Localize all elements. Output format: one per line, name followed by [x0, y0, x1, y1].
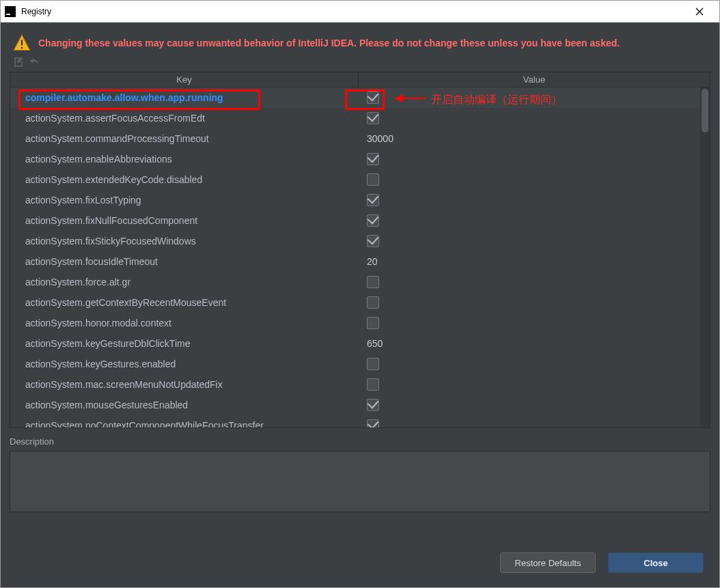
registry-value-cell[interactable]: 20 [359, 256, 710, 267]
window-close-button[interactable] [684, 1, 715, 22]
table-row[interactable]: actionSystem.commandProcessingTimeout300… [10, 128, 710, 149]
warning-text: Changing these values may cause unwanted… [38, 37, 620, 49]
table-row[interactable]: actionSystem.getContextByRecentMouseEven… [10, 292, 710, 313]
registry-key-cell: actionSystem.fixNullFocusedComponent [10, 215, 359, 226]
registry-key-cell: actionSystem.fixStickyFocusedWindows [10, 236, 359, 247]
scrollbar-thumb[interactable] [702, 89, 708, 132]
toolbar-icons [12, 55, 710, 68]
checkbox[interactable] [367, 317, 379, 329]
table-row[interactable]: actionSystem.mouseGesturesEnabled [10, 395, 710, 415]
checkbox[interactable] [367, 235, 379, 247]
titlebar: Registry [1, 1, 719, 23]
table-row[interactable]: actionSystem.focusIdleTimeout20 [10, 251, 710, 272]
table-row[interactable]: actionSystem.honor.modal.context [10, 313, 710, 333]
registry-key-cell: actionSystem.focusIdleTimeout [10, 256, 359, 267]
table-row[interactable]: actionSystem.enableAbbreviations [10, 149, 710, 169]
table-row[interactable]: actionSystem.noContextComponentWhileFocu… [10, 415, 710, 428]
description-box [10, 451, 710, 512]
registry-value-cell[interactable] [359, 317, 710, 329]
checkbox[interactable] [367, 399, 379, 411]
close-button[interactable]: Close [608, 552, 704, 573]
edit-icon [12, 55, 25, 68]
registry-key-cell: actionSystem.commandProcessingTimeout [10, 133, 359, 144]
svg-rect-4 [21, 40, 23, 45]
checkbox[interactable] [367, 92, 379, 104]
registry-value-cell[interactable] [359, 112, 710, 124]
warning-icon [12, 33, 31, 53]
column-header-key[interactable]: Key [10, 72, 359, 87]
svg-rect-1 [6, 14, 10, 15]
checkbox[interactable] [367, 276, 379, 288]
registry-key-cell: actionSystem.getContextByRecentMouseEven… [10, 297, 359, 308]
checkbox[interactable] [367, 296, 379, 309]
table-row[interactable]: actionSystem.fixLostTyping [10, 190, 710, 210]
checkbox[interactable] [367, 173, 379, 186]
registry-key-cell: actionSystem.fixLostTyping [10, 195, 359, 206]
checkbox[interactable] [367, 378, 379, 391]
table-header: Key Value [10, 72, 710, 87]
registry-value-cell[interactable] [359, 358, 710, 370]
registry-key-cell: actionSystem.keyGestures.enabled [10, 359, 359, 369]
registry-value-cell[interactable] [359, 235, 710, 247]
checkbox[interactable] [367, 214, 379, 227]
registry-value-cell[interactable] [359, 214, 710, 227]
registry-key-cell: actionSystem.keyGestureDblClickTime [10, 338, 359, 349]
registry-key-cell: actionSystem.force.alt.gr [10, 277, 359, 288]
undo-icon [29, 55, 41, 68]
checkbox[interactable] [367, 358, 379, 370]
registry-key-cell: actionSystem.honor.modal.context [10, 318, 359, 328]
window-title: Registry [21, 7, 678, 16]
table-body: compiler.automake.allow.when.app.running… [10, 87, 710, 428]
warning-banner: Changing these values may cause unwanted… [12, 33, 710, 53]
description-label: Description [10, 436, 710, 447]
table-row[interactable]: actionSystem.fixNullFocusedComponent [10, 210, 710, 231]
registry-key-cell: actionSystem.assertFocusAccessFromEdt [10, 113, 359, 124]
registry-value-cell[interactable] [359, 378, 710, 391]
checkbox[interactable] [367, 153, 379, 165]
app-icon [5, 6, 16, 17]
registry-value-cell[interactable]: 650 [359, 338, 710, 349]
registry-key-cell: actionSystem.enableAbbreviations [10, 154, 359, 165]
checkbox[interactable] [367, 194, 379, 206]
checkbox[interactable] [367, 419, 379, 428]
dialog-body: Changing these values may cause unwanted… [1, 23, 719, 587]
registry-table: Key Value compiler.automake.allow.when.a… [10, 72, 710, 428]
registry-dialog: Registry Changing these values may cause… [0, 0, 720, 588]
table-row[interactable]: actionSystem.assertFocusAccessFromEdt [10, 108, 710, 128]
registry-key-cell: compiler.automake.allow.when.app.running [10, 92, 359, 103]
checkbox[interactable] [367, 112, 379, 124]
registry-value-cell[interactable] [359, 173, 710, 186]
dialog-footer: Restore Defaults Close [500, 552, 704, 573]
table-row[interactable]: actionSystem.keyGestureDblClickTime650 [10, 333, 710, 354]
table-row[interactable]: actionSystem.keyGestures.enabled [10, 354, 710, 374]
registry-value-cell[interactable] [359, 276, 710, 288]
table-row[interactable]: actionSystem.mac.screenMenuNotUpdatedFix [10, 374, 710, 395]
registry-key-cell: actionSystem.mac.screenMenuNotUpdatedFix [10, 379, 359, 390]
column-header-value[interactable]: Value [359, 72, 710, 87]
svg-rect-0 [5, 6, 16, 17]
registry-key-cell: actionSystem.extendedKeyCode.disabled [10, 174, 359, 185]
table-row[interactable]: actionSystem.fixStickyFocusedWindows [10, 231, 710, 251]
registry-key-cell: actionSystem.mouseGesturesEnabled [10, 400, 359, 410]
scrollbar[interactable] [700, 87, 710, 428]
table-row[interactable]: actionSystem.extendedKeyCode.disabled [10, 169, 710, 190]
registry-value-cell[interactable] [359, 296, 710, 309]
registry-value-cell[interactable] [359, 153, 710, 165]
registry-value-cell[interactable]: 30000 [359, 133, 710, 144]
registry-value-cell[interactable] [359, 419, 710, 428]
restore-defaults-button[interactable]: Restore Defaults [500, 552, 596, 573]
table-row[interactable]: actionSystem.force.alt.gr [10, 272, 710, 292]
table-row[interactable]: compiler.automake.allow.when.app.running [10, 87, 710, 108]
registry-value-cell[interactable] [359, 194, 710, 206]
registry-value-cell[interactable] [359, 399, 710, 411]
registry-key-cell: actionSystem.noContextComponentWhileFocu… [10, 420, 359, 428]
svg-rect-5 [21, 47, 23, 48]
registry-value-cell[interactable] [359, 92, 710, 104]
